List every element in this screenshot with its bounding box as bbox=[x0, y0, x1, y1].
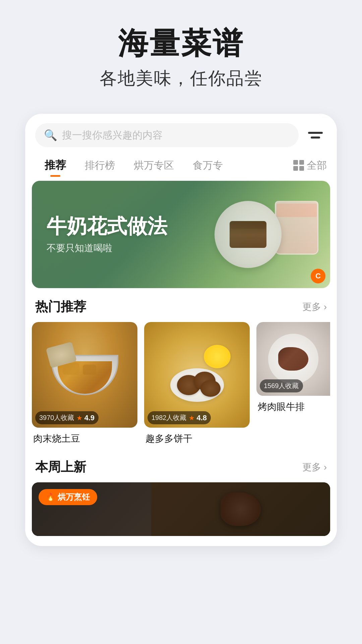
weekly-tag: 🔥 烘万烹饪 bbox=[39, 489, 97, 505]
saves-3: 1569人收藏 bbox=[264, 381, 299, 390]
saves-1: 3970人收藏 bbox=[39, 413, 74, 422]
hot-more-link[interactable]: 更多 › bbox=[302, 301, 327, 313]
weekly-tag-text: 烘万烹饪 bbox=[58, 492, 90, 502]
weekly-section-header: 本周上新 更多 › bbox=[25, 448, 337, 482]
rating-2: 4.8 bbox=[197, 414, 207, 422]
hero-subtitle: 各地美味，任你品尝 bbox=[13, 67, 349, 90]
recipe-img-2: 1982人收藏 ★ 4.8 bbox=[144, 322, 250, 428]
app-card: 🔍 搜一搜你感兴趣的内容 推荐 排行榜 烘万专区 食万专 全部 牛奶花式做法 不 bbox=[25, 114, 337, 546]
recipe-name-2: 趣多多饼干 bbox=[144, 432, 250, 445]
rating-1: 4.9 bbox=[84, 414, 95, 422]
weekly-preview[interactable]: 🔥 烘万烹饪 bbox=[32, 482, 330, 536]
weekly-section: 本周上新 更多 › 🔥 烘万烹饪 bbox=[25, 448, 337, 536]
banner[interactable]: 牛奶花式做法 不要只知道喝啦 C bbox=[32, 181, 330, 288]
hero-title: 海量菜谱 bbox=[13, 27, 349, 60]
star-icon-1: ★ bbox=[76, 414, 82, 422]
menu-icon[interactable] bbox=[304, 124, 327, 147]
search-icon: 🔍 bbox=[44, 129, 57, 142]
recipe-list: 3970人收藏 ★ 4.9 肉末烧土豆 bbox=[25, 322, 337, 445]
recipe-img-3: 1569人收藏 bbox=[256, 322, 330, 396]
tab-all-label: 全部 bbox=[307, 159, 327, 172]
recipe-name-1: 肉末烧土豆 bbox=[32, 432, 137, 445]
weekly-section-title: 本周上新 bbox=[35, 459, 86, 476]
banner-title: 牛奶花式做法 bbox=[47, 214, 315, 238]
recipe-card-2[interactable]: 1982人收藏 ★ 4.8 趣多多饼干 bbox=[144, 322, 250, 445]
hot-section-header: 热门推荐 更多 › bbox=[25, 288, 337, 322]
steak-plate-visual bbox=[268, 334, 318, 384]
hero-section: 海量菜谱 各地美味，任你品尝 bbox=[0, 0, 362, 104]
menu-line-middle bbox=[311, 137, 320, 139]
search-placeholder-text: 搜一搜你感兴趣的内容 bbox=[62, 128, 163, 142]
fire-icon: 🔥 bbox=[46, 493, 55, 501]
saves-2: 1982人收藏 bbox=[152, 413, 187, 422]
recipe-badge-2: 1982人收藏 ★ 4.8 bbox=[147, 411, 211, 424]
menu-line-top bbox=[308, 132, 323, 134]
star-icon-2: ★ bbox=[189, 414, 195, 422]
steak-visual bbox=[278, 347, 308, 371]
search-area: 🔍 搜一搜你感兴趣的内容 bbox=[25, 114, 337, 152]
recipe-badge-3: 1569人收藏 bbox=[260, 379, 303, 392]
tab-ranking[interactable]: 排行榜 bbox=[75, 156, 124, 175]
hot-section-title: 热门推荐 bbox=[35, 298, 86, 315]
banner-subtitle: 不要只知道喝啦 bbox=[47, 242, 315, 255]
tab-food[interactable]: 食万专 bbox=[183, 156, 232, 175]
banner-content: 牛奶花式做法 不要只知道喝啦 bbox=[32, 181, 330, 288]
tab-baking[interactable]: 烘万专区 bbox=[124, 156, 183, 175]
tab-all[interactable]: 全部 bbox=[293, 159, 327, 172]
banner-logo: C bbox=[311, 269, 325, 283]
search-bar[interactable]: 🔍 搜一搜你感兴趣的内容 bbox=[35, 123, 299, 147]
recipe-name-3: 烤肉眼牛排 bbox=[256, 400, 330, 413]
weekly-more-link[interactable]: 更多 › bbox=[302, 461, 327, 474]
tab-recommended[interactable]: 推荐 bbox=[35, 155, 75, 175]
recipe-card-1[interactable]: 3970人收藏 ★ 4.9 肉末烧土豆 bbox=[32, 322, 137, 445]
nav-tabs: 推荐 排行榜 烘万专区 食万专 全部 bbox=[25, 152, 337, 181]
grid-icon bbox=[293, 160, 304, 171]
recipe-img-1: 3970人收藏 ★ 4.9 bbox=[32, 322, 137, 428]
recipe-card-3[interactable]: 1569人收藏 烤肉眼牛排 bbox=[256, 322, 330, 445]
recipe-badge-1: 3970人收藏 ★ 4.9 bbox=[35, 411, 99, 424]
